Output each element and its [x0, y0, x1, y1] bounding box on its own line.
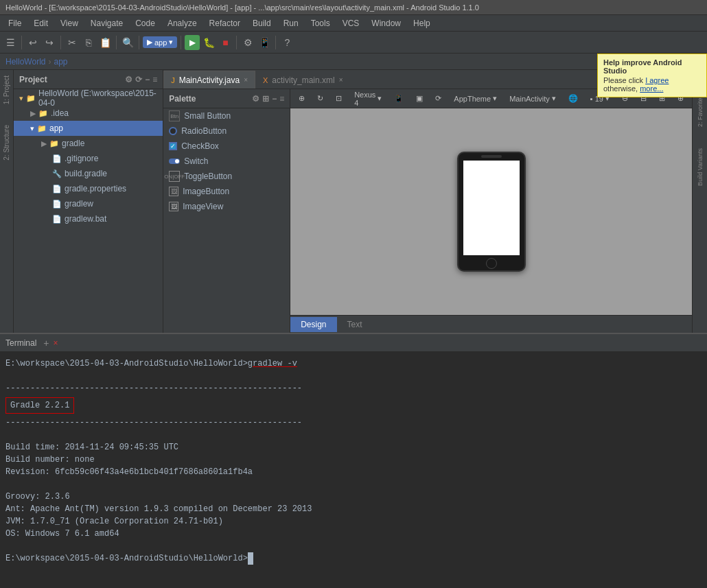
design-fit-icon[interactable]: ⊡	[332, 93, 346, 104]
tab-main-activity-close[interactable]: ×	[244, 76, 248, 84]
tree-item-gitignore[interactable]: 📄 .gitignore	[14, 151, 163, 166]
menu-analyze[interactable]: Analyze	[162, 17, 202, 30]
menu-build[interactable]: Build	[247, 17, 277, 30]
palette-menu-icon[interactable]: ≡	[279, 94, 284, 104]
phone-preview	[457, 152, 526, 272]
menu-help[interactable]: Help	[408, 17, 436, 30]
nav-hello-world[interactable]: HelloWorld	[5, 57, 45, 67]
app-badge-label: app	[154, 38, 167, 47]
palette-item-imagebutton[interactable]: 🖼 ImageButton	[163, 184, 290, 199]
tab-text[interactable]: Text	[337, 317, 373, 332]
editor-area: Palette ⚙ ⊞ − ≡ Btn Small Button	[163, 89, 707, 333]
palette-item-small-button[interactable]: Btn Small Button	[163, 108, 290, 124]
project-collapse-icon[interactable]: −	[145, 75, 150, 84]
project-settings-icon[interactable]: ⚙	[125, 75, 132, 84]
project-sync-icon[interactable]: ⟳	[135, 75, 142, 84]
palette-collapse-icon[interactable]: −	[272, 94, 277, 104]
terminal-area: Terminal + × E:\workspace\2015-04-03-And…	[0, 333, 707, 588]
tree-item-gradle-props[interactable]: 📄 gradle.properties	[14, 181, 163, 196]
terminal-content[interactable]: E:\workspace\2015-04-03-AndroidStudio\He…	[0, 352, 707, 588]
right-favorites-label[interactable]: 2: Favorites	[693, 92, 707, 130]
menu-edit[interactable]: Edit	[28, 17, 54, 30]
toolbar-run-btn[interactable]: ▶	[185, 35, 200, 50]
palette-settings-icon[interactable]: ⚙	[252, 94, 259, 104]
right-build-variants-label[interactable]: Build Variants	[693, 145, 707, 189]
menu-window[interactable]: Window	[366, 17, 406, 30]
project-gear-icon[interactable]: ≡	[152, 75, 157, 84]
terminal-add-btn[interactable]: +	[43, 338, 49, 349]
tab-activity-xml[interactable]: X activity_main.xml ×	[255, 71, 351, 89]
tree-label-gradlew: gradlew	[65, 199, 93, 209]
palette-item-toggle[interactable]: ON|OFF ToggleButton	[163, 169, 290, 184]
tree-item-helloworld[interactable]: ▾ 📁 HelloWorld (E:\workspace\2015-04-0	[14, 91, 163, 106]
toolbar-stop-btn[interactable]: ■	[218, 35, 233, 50]
toolbar-debug-btn[interactable]: 🐛	[201, 35, 216, 50]
help-more-link[interactable]: more...	[640, 84, 663, 93]
menu-tools[interactable]: Tools	[305, 17, 336, 30]
design-nexus-select[interactable]: Nexus 4 ▾	[350, 89, 386, 108]
help-agree-link[interactable]: I agree	[645, 76, 669, 84]
toolbar-back-btn[interactable]: ↩	[25, 35, 40, 50]
help-banner-text1: Please click	[603, 76, 645, 84]
design-activity-select[interactable]: MainActivity ▾	[505, 93, 560, 104]
project-header-label: Project	[19, 75, 47, 84]
palette-item-imageview[interactable]: 🖼 ImageView	[163, 199, 290, 214]
palette-item-checkbox[interactable]: ✓ CheckBox	[163, 139, 290, 154]
terminal-build-number: Build number: none	[5, 454, 702, 466]
nav-sep: ›	[48, 57, 51, 67]
sidebar-item-structure[interactable]: 2: Structure	[0, 122, 13, 163]
nav-app[interactable]: app	[54, 57, 67, 67]
tree-item-app[interactable]: ▾ 📁 app	[14, 121, 163, 136]
help-banner: Help improve Android Studio Please click…	[597, 54, 707, 97]
palette-item-switch[interactable]: Switch	[163, 154, 290, 169]
design-zoom-in-icon[interactable]: ⊕	[294, 93, 309, 104]
menu-file[interactable]: File	[3, 17, 27, 30]
toolbar-forward-btn[interactable]: ↪	[42, 35, 57, 50]
toolbar-paste-btn[interactable]: 📋	[97, 35, 113, 50]
palette-panel: Palette ⚙ ⊞ − ≡ Btn Small Button	[163, 89, 290, 333]
build-number-text: Build number: none	[5, 455, 95, 464]
tree-item-gradle[interactable]: ▶ 📁 gradle	[14, 136, 163, 151]
menu-view[interactable]: View	[55, 17, 84, 30]
menu-refactor[interactable]: Refactor	[204, 17, 246, 30]
tree-item-idea[interactable]: ▶ 📁 .idea	[14, 106, 163, 121]
phone-screen	[463, 161, 520, 255]
design-orientation-landscape-icon[interactable]: ▣	[412, 93, 427, 104]
design-theme-select[interactable]: AppTheme ▾	[450, 93, 501, 104]
sidebar-item-project[interactable]: 1: Project	[0, 73, 13, 107]
toolbar-help-btn[interactable]: ?	[279, 35, 294, 50]
menu-vcs[interactable]: VCS	[337, 17, 365, 30]
tree-item-gradlew[interactable]: 📄 gradlew	[14, 196, 163, 211]
tree-item-gradlew-bat[interactable]: 📄 gradlew.bat	[14, 211, 163, 226]
terminal-revision: Revision: 6fcb59c06f43a4e6b1bcb401f7686a…	[5, 466, 702, 478]
toolbar-search-btn[interactable]: 🔍	[120, 35, 135, 50]
tree-item-build-gradle[interactable]: 🔧 build.gradle	[14, 166, 163, 181]
toolbar-sdk-btn[interactable]: ⚙	[240, 35, 255, 50]
terminal-close-btn[interactable]: ×	[54, 338, 58, 348]
toolbar-avd-btn[interactable]: 📱	[257, 35, 272, 50]
terminal-header: Terminal + ×	[0, 334, 707, 352]
toolbar-sep-5	[181, 36, 181, 49]
toolbar-cut-btn[interactable]: ✂	[65, 35, 80, 50]
tab-activity-xml-close[interactable]: ×	[339, 76, 343, 84]
project-panel: Project ⚙ ⟳ − ≡ ▾ 📁 HelloWorld (E:\works…	[14, 70, 163, 333]
menu-run[interactable]: Run	[278, 17, 304, 30]
design-rotate-icon[interactable]: ↻	[313, 93, 327, 104]
terminal-ant: Ant: Apache Ant(TM) version 1.9.3 compil…	[5, 503, 702, 515]
tab-main-activity[interactable]: J MainActivity.java ×	[163, 71, 255, 89]
nexus-label: Nexus 4	[354, 91, 375, 107]
tab-design[interactable]: Design	[290, 317, 336, 332]
toolbar-copy-btn[interactable]: ⎘	[81, 35, 96, 50]
menu-navigate[interactable]: Navigate	[85, 17, 128, 30]
java-file-icon: J	[171, 76, 175, 84]
palette-item-radio[interactable]: RadioButton	[163, 124, 290, 139]
design-language-icon[interactable]: 🌐	[564, 93, 582, 104]
folder-icon-gradle: 📁	[49, 139, 59, 148]
design-locale-icon[interactable]: ⟳	[431, 93, 445, 104]
menu-code[interactable]: Code	[130, 17, 161, 30]
toolbar-app-badge[interactable]: ▶ app ▾	[143, 36, 177, 48]
design-orientation-icon[interactable]: 📱	[390, 93, 408, 104]
toolbar-menu-btn[interactable]: ☰	[3, 35, 18, 50]
palette-search-icon[interactable]: ⊞	[262, 94, 269, 104]
palette-item-toggle-label: ToggleButton	[184, 172, 232, 181]
